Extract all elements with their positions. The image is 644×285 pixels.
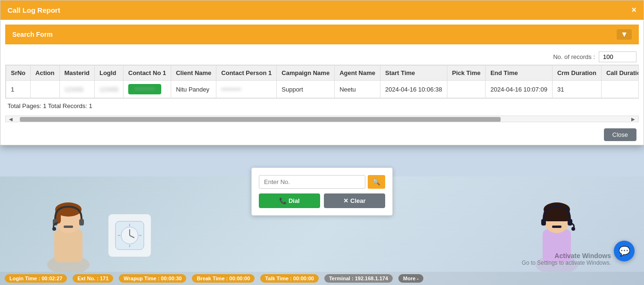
cell-call-duration	[601, 81, 639, 98]
cell-contact-person: ••••••••••	[216, 81, 277, 98]
col-logid: LogId	[94, 66, 123, 81]
records-label: No. of records :	[553, 53, 595, 60]
dial-button[interactable]: 📞 Dial	[259, 193, 320, 208]
col-agent-name: Agent Name	[335, 66, 380, 81]
dial-buttons-row: 📞 Dial ✕ Clear	[259, 193, 385, 208]
chat-button[interactable]: 💬	[614, 241, 635, 261]
cell-masterid: 123456	[59, 81, 94, 98]
cell-crm-duration: 31	[552, 81, 601, 98]
total-pages: Total Pages: 1 Total Records: 1	[0, 99, 644, 113]
dialog-close-button[interactable]: ×	[631, 5, 636, 15]
svg-rect-1	[54, 229, 83, 262]
cell-end-time: 2024-04-16 10:07:09	[486, 81, 553, 98]
svg-rect-16	[552, 226, 561, 228]
col-campaign-name: Campaign Name	[277, 66, 335, 81]
records-input[interactable]	[599, 51, 636, 62]
search-form-label: Search Form	[12, 31, 53, 38]
svg-point-17	[571, 227, 575, 231]
col-start-time: Start Time	[380, 66, 447, 81]
scrollbar-thumb[interactable]	[20, 117, 501, 122]
scroll-right-arrow[interactable]: ▶	[628, 116, 638, 122]
scroll-left-arrow[interactable]: ◀	[6, 116, 16, 122]
dial-input-row: 🔍	[259, 175, 385, 189]
phone-number-input[interactable]	[259, 175, 365, 189]
col-contact-person: Contact Person 1	[216, 66, 277, 81]
svg-rect-14	[541, 219, 546, 226]
search-form-bar[interactable]: Search Form ▼	[5, 25, 639, 44]
close-button-row: Close	[0, 125, 644, 145]
col-srno: SrNo	[6, 66, 31, 81]
terminal-badge: Terminal : 192.168.1.174	[324, 274, 393, 283]
horizontal-scrollbar[interactable]: ◀ ▶	[5, 116, 639, 122]
cell-campaign-name: Support	[277, 81, 335, 98]
dial-panel: 🔍 📞 Dial ✕ Clear	[251, 168, 393, 216]
records-row: No. of records :	[0, 49, 644, 65]
activate-windows-notice: Activate Windows Go to Settings to activ…	[522, 252, 611, 266]
wrapup-time-badge: Wrapup Time : 00:00:30	[119, 274, 186, 283]
cell-agent-name: Neetu	[335, 81, 380, 98]
talk-time-badge: Talk Time : 00:00:00	[260, 274, 319, 283]
activate-windows-subtitle: Go to Settings to activate Windows.	[522, 260, 611, 266]
worker-left-illustration	[38, 192, 99, 272]
call-log-dialog: Call Log Report × Search Form ▼ No. of r…	[0, 0, 644, 145]
title-bar: Call Log Report ×	[0, 0, 644, 20]
contact-button[interactable]: ••••••••••	[128, 84, 161, 94]
ext-no-badge: Ext No. : 171	[73, 274, 113, 283]
cell-logid: 123456	[94, 81, 123, 98]
more-badge[interactable]: More -	[398, 274, 423, 283]
dialog-title: Call Log Report	[8, 6, 60, 14]
svg-rect-6	[79, 219, 84, 226]
status-bar: Login Time : 00:02:27 Ext No. : 171 Wrap…	[0, 272, 644, 285]
table-row: 1 123456 123456 •••••••••• Nitu Pandey •…	[6, 81, 639, 98]
svg-rect-15	[568, 219, 572, 226]
col-contact-no: Contact No 1	[124, 66, 171, 81]
call-log-table: SrNo Action Masterid LogId Contact No 1 …	[6, 65, 639, 98]
break-time-badge: Break Time : 00:00:00	[192, 274, 255, 283]
col-client-name: Client Name	[171, 66, 216, 81]
clock-decoration	[108, 214, 151, 257]
total-pages-value: 1	[43, 102, 46, 109]
close-action-button[interactable]: Close	[604, 128, 636, 141]
col-call-duration: Call Duration	[601, 66, 639, 81]
dial-search-button[interactable]: 🔍	[368, 175, 385, 189]
svg-rect-7	[64, 226, 73, 228]
chevron-down-icon: ▼	[617, 29, 632, 40]
col-masterid: Masterid	[59, 66, 94, 81]
col-end-time: End Time	[486, 66, 553, 81]
table-header-row: SrNo Action Masterid LogId Contact No 1 …	[6, 66, 639, 81]
total-pages-label: Total Pages:	[8, 102, 41, 109]
cell-start-time: 2024-04-16 10:06:38	[380, 81, 447, 98]
col-crm-duration: Crm Duration	[552, 66, 601, 81]
col-pick-time: Pick Time	[447, 66, 485, 81]
activate-windows-title: Activate Windows	[522, 252, 611, 260]
cell-contact-no[interactable]: ••••••••••	[124, 81, 171, 98]
cell-srno: 1	[6, 81, 31, 98]
svg-rect-13	[544, 210, 570, 221]
total-records-value: 1	[89, 102, 92, 109]
cell-action	[31, 81, 59, 98]
total-records-label: Total Records:	[48, 102, 87, 109]
svg-point-8	[52, 227, 56, 231]
col-action: Action	[31, 66, 59, 81]
login-time-badge: Login Time : 00:02:27	[5, 274, 67, 283]
clear-button[interactable]: ✕ Clear	[324, 193, 385, 208]
cell-pick-time	[447, 81, 485, 98]
cell-client-name: Nitu Pandey	[171, 81, 216, 98]
table-container: SrNo Action Masterid LogId Contact No 1 …	[5, 65, 639, 99]
